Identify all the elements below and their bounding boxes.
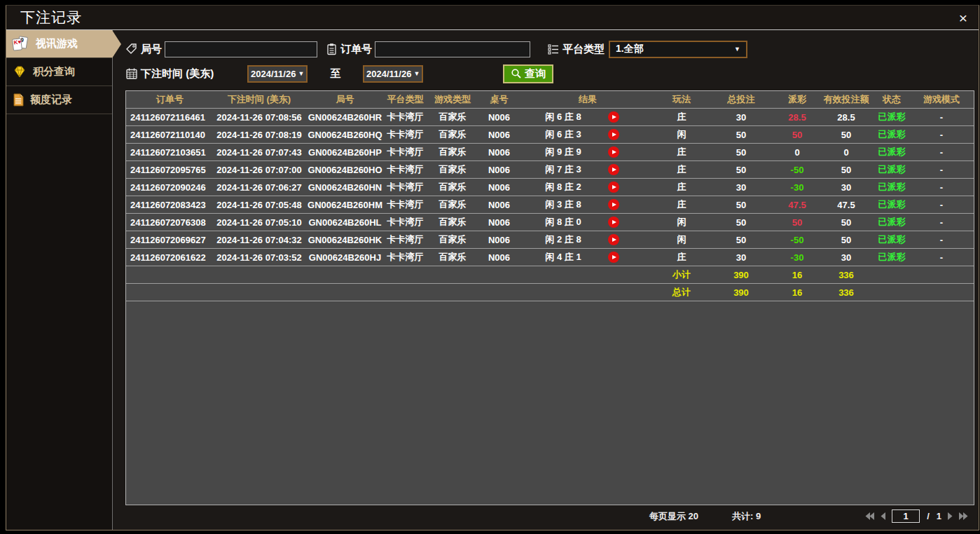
search-button[interactable]: 查询 xyxy=(503,64,553,83)
sidebar-item-points-query[interactable]: 积分查询 xyxy=(6,58,112,86)
platform-type-selected-value: 1.全部 xyxy=(616,43,644,55)
round-number-input[interactable] xyxy=(165,41,317,57)
table-row: 241126072069627 2024-11-26 07:04:32 GN00… xyxy=(126,231,974,249)
total-count-label: 共计: 9 xyxy=(732,510,761,523)
cell-play-type: 庄 xyxy=(657,181,706,193)
cell-bet-time: 2024-11-26 07:07:43 xyxy=(214,147,305,158)
cell-table-number: N006 xyxy=(480,130,518,140)
order-number-label: 订单号 xyxy=(340,43,372,56)
page-separator: / xyxy=(927,511,930,521)
page-number-input[interactable] xyxy=(892,509,920,523)
col-header-payout: 派彩 xyxy=(776,93,818,106)
cell-table-number: N006 xyxy=(480,200,518,210)
cell-platform: 卡卡湾厅 xyxy=(385,198,425,211)
subtotal-bet: 390 xyxy=(706,270,776,280)
platform-type-select[interactable]: 1.全部 ▼ xyxy=(609,41,747,58)
col-header-table-no: 桌号 xyxy=(480,93,518,106)
cell-round-number: GN00624B260HK xyxy=(305,235,385,245)
chevron-down-icon: ▼ xyxy=(413,70,420,77)
cell-order-number: 241126072103651 xyxy=(126,147,214,158)
play-video-icon[interactable] xyxy=(608,146,619,158)
cell-table-number: N006 xyxy=(480,182,518,193)
cell-order-number: 241126072083423 xyxy=(126,200,214,210)
close-icon[interactable]: × xyxy=(959,11,967,25)
cell-order-number: 241126072069627 xyxy=(126,235,214,245)
bet-record-dialog: 下注记录 × 9 K♥ 视讯游戏 积分查询 xyxy=(6,5,979,530)
filter-row-1: 局号 订单号 xyxy=(125,39,974,60)
playing-cards-icon: 9 K♥ xyxy=(12,36,30,52)
cell-result: 闲 4 庄 1 xyxy=(518,251,657,263)
cell-result: 闲 6 庄 3 xyxy=(518,128,657,141)
play-video-icon[interactable] xyxy=(608,129,619,140)
cell-game-mode: - xyxy=(909,235,974,245)
sidebar-item-credit-records[interactable]: 额度记录 xyxy=(6,86,112,114)
cell-status: 已派彩 xyxy=(874,128,909,141)
cell-total-bet: 50 xyxy=(706,147,776,158)
order-number-input[interactable] xyxy=(375,41,530,57)
play-video-icon[interactable] xyxy=(608,199,619,210)
first-page-icon[interactable] xyxy=(864,512,874,520)
cell-result: 闲 3 庄 8 xyxy=(518,198,657,211)
cell-game-type: 百家乐 xyxy=(425,198,480,211)
cell-table-number: N006 xyxy=(480,217,518,228)
cell-valid-bet: 30 xyxy=(818,182,874,193)
cell-result: 闲 6 庄 8 xyxy=(518,111,657,123)
cell-status: 已派彩 xyxy=(874,146,909,158)
total-payout: 16 xyxy=(776,287,818,298)
cell-order-number: 241126072076308 xyxy=(126,217,214,228)
cell-platform: 卡卡湾厅 xyxy=(385,181,425,193)
cell-payout: -50 xyxy=(776,165,818,175)
result-score: 闲 3 庄 8 xyxy=(518,198,608,211)
cell-game-type: 百家乐 xyxy=(425,251,480,263)
cell-payout: 50 xyxy=(776,130,818,140)
cell-total-bet: 30 xyxy=(706,112,776,123)
cell-valid-bet: 47.5 xyxy=(818,200,874,210)
col-header-total-bet: 总投注 xyxy=(706,93,776,106)
date-to-value: 2024/11/26 xyxy=(366,69,411,79)
cell-valid-bet: 30 xyxy=(818,252,874,263)
cell-bet-time: 2024-11-26 07:08:56 xyxy=(214,112,305,123)
cell-order-number: 241126072095765 xyxy=(126,165,214,175)
cell-play-type: 庄 xyxy=(657,198,706,211)
subtotal-valid: 336 xyxy=(818,270,874,280)
sidebar-item-video-games[interactable]: 9 K♥ 视讯游戏 xyxy=(6,30,112,58)
cell-bet-time: 2024-11-26 07:04:32 xyxy=(214,235,305,245)
cell-result: 闲 8 庄 0 xyxy=(518,216,657,228)
order-number-label-group: 订单号 xyxy=(326,43,372,56)
pagination-bar: 每页显示 20 共计: 9 / 1 xyxy=(125,505,974,527)
cell-order-number: 241126072116461 xyxy=(126,112,214,123)
cell-table-number: N006 xyxy=(480,235,518,245)
play-video-icon[interactable] xyxy=(608,234,619,245)
cell-status: 已派彩 xyxy=(874,163,909,176)
cell-total-bet: 30 xyxy=(706,182,776,193)
last-page-icon[interactable] xyxy=(959,512,969,520)
platform-type-label-group: 平台类型 xyxy=(547,43,605,56)
play-video-icon[interactable] xyxy=(608,217,619,228)
cell-result: 闲 2 庄 8 xyxy=(518,233,657,246)
cell-round-number: GN00624B260HJ xyxy=(305,252,385,263)
cell-bet-time: 2024-11-26 07:05:48 xyxy=(214,200,305,210)
prev-page-icon[interactable] xyxy=(880,512,886,520)
date-from-picker[interactable]: 2024/11/26 ▼ xyxy=(247,65,308,83)
play-video-icon[interactable] xyxy=(608,252,619,263)
play-video-icon[interactable] xyxy=(608,182,619,193)
date-from-value: 2024/11/26 xyxy=(251,69,296,79)
pager: / 1 xyxy=(864,509,969,523)
col-header-play: 玩法 xyxy=(657,93,706,106)
dialog-title: 下注记录 xyxy=(20,8,82,27)
date-to-picker[interactable]: 2024/11/26 ▼ xyxy=(363,65,423,83)
next-page-icon[interactable] xyxy=(947,512,953,520)
result-score: 闲 4 庄 1 xyxy=(518,251,608,263)
table-row: 241126072116461 2024-11-26 07:08:56 GN00… xyxy=(126,109,974,126)
total-label: 总计 xyxy=(657,286,706,299)
cell-game-mode: - xyxy=(909,130,974,140)
cell-game-type: 百家乐 xyxy=(425,128,480,141)
play-video-icon[interactable] xyxy=(608,111,619,123)
cell-play-type: 庄 xyxy=(657,111,706,123)
cell-platform: 卡卡湾厅 xyxy=(385,216,425,228)
cell-bet-time: 2024-11-26 07:06:27 xyxy=(214,182,305,193)
play-video-icon[interactable] xyxy=(608,164,619,175)
result-score: 闲 6 庄 8 xyxy=(518,111,608,123)
cell-status: 已派彩 xyxy=(874,216,909,228)
cell-game-mode: - xyxy=(909,252,974,263)
